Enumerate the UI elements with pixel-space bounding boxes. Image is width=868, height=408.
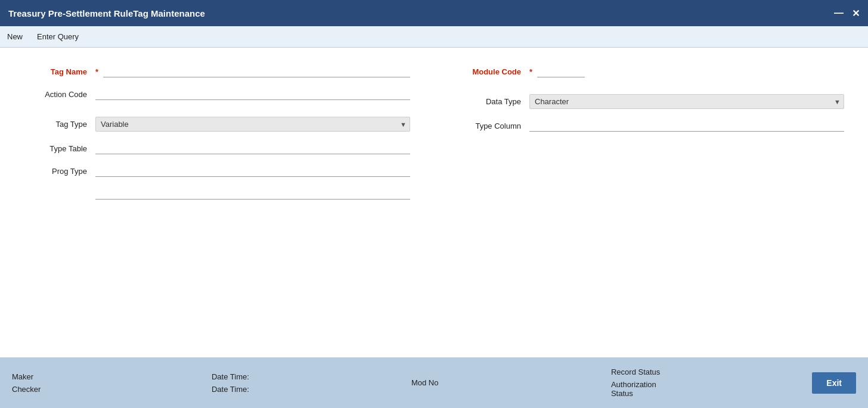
form-right: Module Code * Data Type Character Numeri…	[458, 66, 844, 210]
footer-maker-section: Maker Checker	[12, 372, 63, 394]
modno-row: Mod No	[411, 378, 463, 387]
menu-enter-query[interactable]: Enter Query	[37, 32, 79, 41]
tag-type-row: Tag Type Variable Constant Expression ▼	[24, 117, 410, 132]
form-section: Tag Name * Action Code Tag Type Variable…	[24, 66, 844, 210]
checker-label: Checker	[12, 385, 60, 394]
data-type-label: Data Type	[458, 97, 529, 106]
tag-type-wrapper: Variable Constant Expression ▼	[95, 117, 410, 132]
footer-modno-section: Mod No	[411, 378, 463, 387]
type-column-input[interactable]	[529, 120, 844, 132]
title-bar: Treasury Pre-Settlement RuleTag Maintena…	[0, 0, 868, 26]
tag-name-required-star: *	[95, 67, 103, 76]
action-code-row: Action Code	[24, 88, 410, 100]
auth-status-row: AuthorizationStatus	[611, 380, 664, 398]
maker-datetime-label: Date Time:	[212, 372, 259, 381]
prog-type-label: Prog Type	[24, 167, 95, 176]
footer-datetime-section: Date Time: Date Time:	[212, 372, 263, 394]
data-type-wrapper: Character Numeric Date Boolean ▼	[529, 94, 844, 109]
close-button[interactable]: ✕	[852, 8, 860, 19]
checker-datetime-label: Date Time:	[212, 385, 259, 394]
data-type-row: Data Type Character Numeric Date Boolean…	[458, 94, 844, 109]
tag-type-label: Tag Type	[24, 120, 95, 129]
minimize-button[interactable]: —	[834, 8, 844, 19]
auth-status-label: AuthorizationStatus	[611, 380, 659, 398]
module-code-required-star: *	[529, 67, 537, 76]
type-column-label: Type Column	[458, 122, 529, 130]
type-column-row: Type Column	[458, 120, 844, 132]
module-code-input[interactable]	[537, 66, 585, 77]
footer-status-section: Record Status AuthorizationStatus	[611, 367, 664, 398]
menu-new[interactable]: New	[7, 32, 23, 41]
extra-field-input[interactable]	[95, 188, 410, 200]
data-type-select[interactable]: Character Numeric Date Boolean	[529, 94, 844, 109]
tag-name-row: Tag Name *	[24, 66, 410, 77]
action-code-label: Action Code	[24, 90, 95, 99]
maker-row: Maker	[12, 372, 63, 381]
module-code-row: Module Code *	[458, 66, 844, 77]
tag-name-label: Tag Name	[24, 67, 95, 76]
app-title: Treasury Pre-Settlement RuleTag Maintena…	[8, 8, 205, 18]
extra-field-row	[24, 188, 410, 200]
checker-row: Checker	[12, 385, 63, 394]
record-status-row: Record Status	[611, 367, 664, 376]
modno-label: Mod No	[411, 378, 459, 387]
record-status-label: Record Status	[611, 367, 660, 376]
prog-type-input[interactable]	[95, 165, 410, 177]
tag-name-input[interactable]	[103, 66, 410, 77]
exit-button[interactable]: Exit	[812, 372, 856, 394]
main-content: Tag Name * Action Code Tag Type Variable…	[0, 48, 868, 357]
type-table-row: Type Table	[24, 142, 410, 154]
prog-type-row: Prog Type	[24, 165, 410, 177]
form-left: Tag Name * Action Code Tag Type Variable…	[24, 66, 410, 210]
type-table-input[interactable]	[95, 142, 410, 154]
menu-bar: New Enter Query	[0, 26, 868, 48]
footer: Maker Checker Date Time: Date Time: Mod …	[0, 357, 868, 408]
title-bar-controls: — ✕	[834, 8, 860, 19]
maker-datetime-row: Date Time:	[212, 372, 263, 381]
action-code-input[interactable]	[95, 88, 410, 100]
type-table-label: Type Table	[24, 144, 95, 153]
module-code-label: Module Code	[458, 67, 529, 76]
checker-datetime-row: Date Time:	[212, 385, 263, 394]
maker-label: Maker	[12, 372, 60, 381]
tag-type-select[interactable]: Variable Constant Expression	[95, 117, 410, 132]
